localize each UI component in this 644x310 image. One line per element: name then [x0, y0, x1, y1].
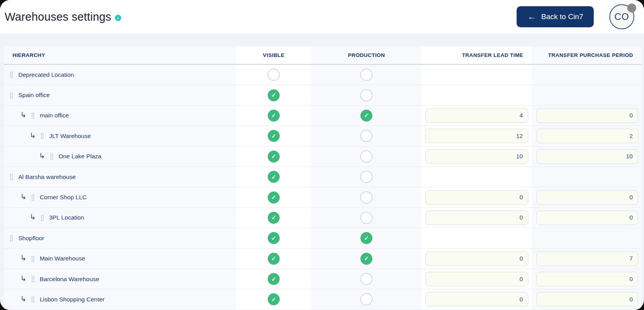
visible-cell: ✓ [236, 147, 311, 167]
transfer-purchase-period-input[interactable] [536, 292, 638, 306]
production-toggle[interactable] [360, 191, 372, 204]
warehouse-name: Corner Shop LLC [40, 194, 87, 201]
transfer-lead-time-cell [422, 289, 532, 309]
production-cell: ✓ [311, 106, 422, 126]
transfer-lead-time-cell [422, 187, 532, 207]
info-icon[interactable]: i [115, 15, 121, 21]
visible-toggle[interactable]: ✓ [268, 253, 280, 265]
visible-toggle[interactable]: ✓ [268, 273, 280, 285]
transfer-purchase-period-cell [532, 85, 642, 105]
transfer-lead-time-input[interactable] [425, 149, 528, 164]
child-branch-arrow-icon: ↳ [20, 193, 26, 200]
transfer-lead-time-cell [422, 106, 532, 126]
child-branch-arrow-icon: ↳ [20, 254, 26, 262]
visible-cell: ✓ [236, 208, 311, 228]
warehouse-name: Main Warehouse [40, 255, 85, 262]
warehouse-name: Shopfloor [18, 235, 44, 242]
visible-toggle[interactable]: ✓ [268, 232, 280, 244]
transfer-lead-time-cell [422, 85, 532, 105]
production-toggle[interactable] [360, 212, 372, 224]
production-cell [311, 147, 422, 167]
production-toggle[interactable] [360, 69, 372, 81]
title-wrap: Warehouses settings i [5, 11, 121, 23]
production-cell: ✓ [311, 228, 422, 248]
production-toggle[interactable]: ✓ [360, 110, 372, 122]
hierarchy-cell: ↳main office [4, 106, 236, 126]
hierarchy-cell: ↳Main Warehouse [4, 249, 236, 269]
production-cell [311, 289, 422, 309]
drag-handle-icon[interactable] [10, 174, 13, 180]
transfer-lead-time-input[interactable] [425, 129, 528, 143]
visible-cell: ✓ [236, 85, 311, 105]
transfer-lead-time-cell [422, 126, 532, 146]
production-cell [311, 269, 422, 289]
transfer-purchase-period-input[interactable] [536, 108, 638, 123]
hierarchy-cell: ↳One Lake Plaza [4, 147, 236, 167]
production-toggle[interactable]: ✓ [360, 253, 372, 265]
child-branch-arrow-icon: ↳ [20, 275, 26, 282]
transfer-purchase-period-input[interactable] [536, 272, 638, 286]
user-avatar[interactable]: CO [609, 4, 634, 29]
visible-toggle[interactable]: ✓ [268, 151, 280, 163]
drag-handle-icon[interactable] [31, 194, 35, 201]
transfer-lead-time-input[interactable] [425, 211, 528, 225]
column-header-production: PRODUCTION [311, 46, 422, 64]
drag-handle-icon[interactable] [10, 235, 13, 241]
visible-toggle[interactable]: ✓ [268, 293, 280, 305]
visible-toggle[interactable] [268, 69, 280, 81]
visible-toggle[interactable]: ✓ [268, 110, 280, 122]
drag-handle-icon[interactable] [31, 112, 35, 119]
transfer-purchase-period-cell [532, 208, 642, 228]
production-cell [311, 126, 422, 146]
transfer-purchase-period-input[interactable] [536, 129, 638, 143]
transfer-purchase-period-input[interactable] [536, 190, 638, 205]
production-toggle[interactable] [360, 89, 372, 101]
visible-toggle[interactable]: ✓ [268, 191, 280, 204]
drag-handle-icon[interactable] [31, 276, 35, 282]
drag-handle-icon[interactable] [41, 133, 44, 139]
transfer-lead-time-input[interactable] [425, 272, 528, 286]
transfer-lead-time-cell [422, 208, 532, 228]
table-row: ↳main office✓✓ [4, 106, 642, 126]
production-toggle[interactable] [360, 130, 372, 142]
production-toggle[interactable] [360, 273, 372, 285]
production-toggle[interactable] [360, 293, 372, 305]
visible-cell: ✓ [236, 289, 311, 309]
visible-cell: ✓ [236, 269, 311, 289]
transfer-purchase-period-input[interactable] [536, 149, 638, 164]
hierarchy-cell: ↳JLT Warehouse [4, 126, 236, 146]
visible-cell: ✓ [236, 228, 311, 248]
table-row: ↳Main Warehouse✓✓ [4, 249, 642, 269]
drag-handle-icon[interactable] [41, 214, 44, 221]
app-window: Warehouses settings i ← Back to Cin7 CO … [0, 0, 644, 310]
visible-toggle[interactable]: ✓ [268, 212, 280, 224]
transfer-lead-time-input[interactable] [425, 190, 528, 205]
visible-toggle[interactable]: ✓ [268, 171, 280, 183]
transfer-purchase-period-cell [532, 249, 642, 269]
production-toggle[interactable] [360, 151, 372, 163]
visible-toggle[interactable]: ✓ [268, 89, 280, 101]
visible-toggle[interactable]: ✓ [268, 130, 280, 142]
drag-handle-icon[interactable] [50, 153, 53, 160]
table-header-row: HIERARCHY VISIBLE PRODUCTION TRANSFER LE… [4, 46, 642, 65]
drag-handle-icon[interactable] [10, 92, 13, 99]
production-cell [311, 187, 422, 207]
hierarchy-cell: ↳Lisbon Shopping Center [4, 289, 236, 309]
page-body: HIERARCHY VISIBLE PRODUCTION TRANSFER LE… [0, 34, 644, 310]
transfer-purchase-period-input[interactable] [536, 252, 638, 266]
transfer-lead-time-input[interactable] [425, 292, 528, 306]
production-toggle[interactable]: ✓ [360, 232, 372, 244]
production-cell [311, 208, 422, 228]
production-cell: ✓ [311, 249, 422, 269]
transfer-purchase-period-cell [532, 228, 642, 248]
transfer-lead-time-input[interactable] [425, 108, 528, 123]
drag-handle-icon[interactable] [31, 255, 35, 262]
drag-handle-icon[interactable] [31, 296, 35, 303]
transfer-purchase-period-input[interactable] [536, 211, 638, 225]
transfer-lead-time-cell [422, 269, 532, 289]
column-header-transfer-purchase-period: TRANSFER PURCHASE PERIOD [532, 46, 642, 64]
production-toggle[interactable] [360, 171, 372, 183]
transfer-lead-time-input[interactable] [425, 252, 528, 266]
back-to-cin7-button[interactable]: ← Back to Cin7 [517, 6, 594, 27]
drag-handle-icon[interactable] [10, 71, 13, 78]
